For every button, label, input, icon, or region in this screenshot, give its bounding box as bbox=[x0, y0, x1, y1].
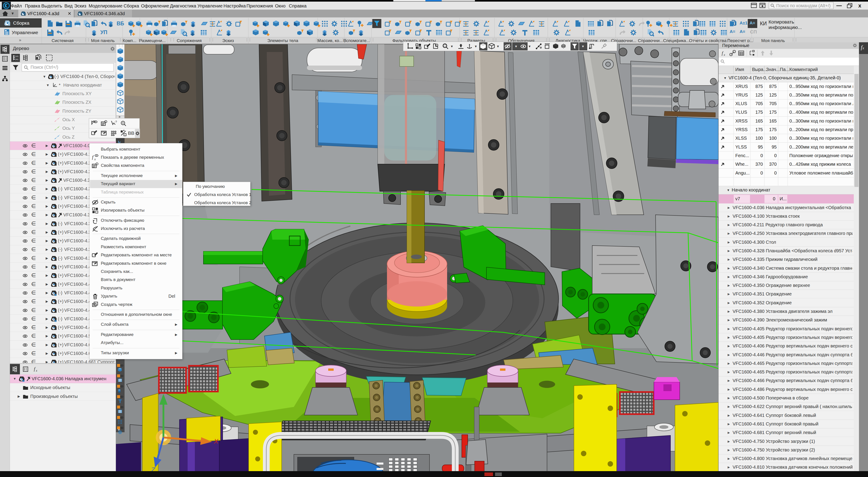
svg-text:-?: -? bbox=[114, 120, 117, 123]
svg-text:Z: Z bbox=[151, 466, 156, 471]
svg-text:2•12: 2•12 bbox=[16, 58, 19, 61]
svg-text:1•11: 1•11 bbox=[16, 55, 19, 57]
svg-text:x: x bbox=[94, 157, 96, 161]
svg-text:f: f bbox=[92, 154, 94, 160]
svg-text:X: X bbox=[214, 438, 219, 445]
